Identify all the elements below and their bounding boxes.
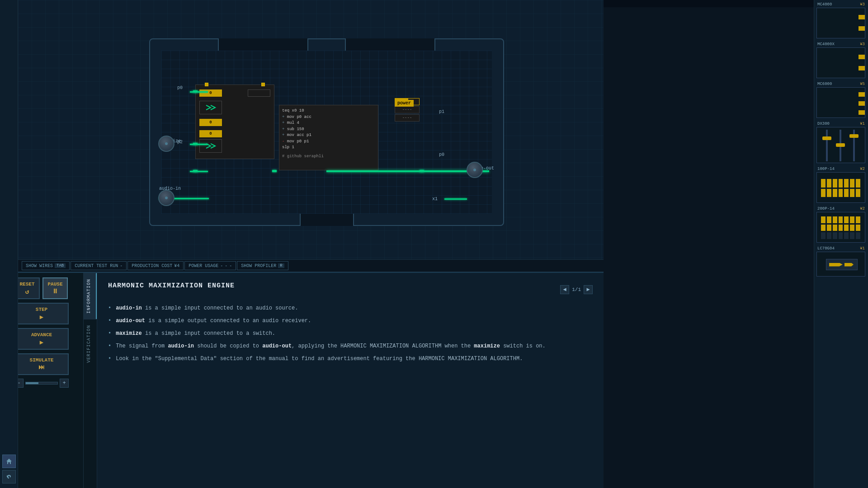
bold-audio-in-2: audio-in: [168, 343, 194, 349]
notch-bottom-center: [300, 212, 354, 226]
pause-icon: ⏸: [52, 288, 58, 295]
simulate-icon: ⏭: [38, 364, 45, 371]
pause-label: PAUSE: [47, 282, 62, 287]
status-bar: SHOW WIRES TAB CURRENT TEST RUN - PRODUC…: [18, 259, 604, 272]
home-button[interactable]: [2, 455, 16, 468]
right-sidebar: MC4000 ¥3 MC4000X ¥3 MC6000 ¥5: [814, 0, 868, 488]
speed-slider[interactable]: [25, 382, 58, 385]
power-usage-val2: -: [225, 263, 227, 268]
module-mc4000-cost: ¥3: [860, 2, 865, 7]
reset-button[interactable]: RESET ↺: [14, 277, 40, 299]
chip-pad-2: [193, 143, 198, 145]
advance-button[interactable]: ADVANCE ▶: [14, 328, 69, 350]
chip-register-bot: 0: [199, 130, 222, 137]
code-line-2: + mov p0 acc: [282, 114, 375, 121]
code-line-1: teq x0 10: [282, 108, 375, 114]
code-comment: # github seraphli: [282, 154, 375, 160]
info-bullet-4: The signal from audio-in should be copie…: [108, 342, 593, 350]
speed-increase-button[interactable]: +: [60, 379, 69, 388]
info-title: HARMONIC MAXIMIZATION ENGINE: [108, 282, 235, 290]
code-line-5: + mov acc p1: [282, 132, 375, 139]
notch-top-right: [345, 38, 435, 52]
module-dx300-preview: [816, 127, 865, 163]
tab-information-label: INFORMATION: [86, 279, 91, 314]
advance-icon: ▶: [40, 338, 43, 346]
module-lc70g04-preview: [816, 252, 865, 277]
module-mc6000-name: MC6000: [817, 82, 832, 86]
wire-maximize: [190, 144, 208, 145]
speed-slider-fill: [26, 382, 38, 384]
reset-icon: ↺: [25, 288, 29, 296]
module-100p14-preview: [816, 172, 865, 203]
pause-button[interactable]: PAUSE ⏸: [42, 277, 68, 299]
info-bullet-5: Look in the "Supplemental Data" section …: [108, 355, 593, 363]
module-mc4000[interactable]: MC4000 ¥3: [816, 2, 866, 38]
power-usage-val3: -: [229, 263, 232, 268]
bold-maximize-1: maximize: [116, 330, 142, 337]
next-page-button[interactable]: ▶: [584, 285, 593, 294]
tab-verification[interactable]: VERIFICATION: [84, 319, 97, 368]
knob-audio-in[interactable]: [158, 190, 175, 206]
signal-power-label: power: [395, 100, 414, 107]
tab-information[interactable]: INFORMATION: [84, 273, 97, 319]
tab-strip: INFORMATION VERIFICATION: [84, 273, 97, 488]
step-button[interactable]: STEP ▶: [14, 303, 69, 324]
code-line-4: + sub 150: [282, 127, 375, 133]
current-test-run-label: CURRENT TEST RUN: [75, 263, 118, 268]
main-chip[interactable]: 0 0 0: [195, 84, 274, 159]
module-lc70g04[interactable]: LC70G04 ¥1: [816, 246, 866, 277]
power-usage-val1: -: [220, 263, 223, 268]
simulate-label: SIMULATE: [30, 357, 54, 363]
bold-audio-out-1: audio-out: [116, 318, 145, 324]
module-200p14[interactable]: 200P-14 ¥2: [816, 206, 866, 243]
advance-label: ADVANCE: [31, 332, 52, 338]
power-usage-item: POWER USAGE - - -: [184, 261, 236, 270]
wire-p1-main: [326, 170, 489, 172]
chip-symbol-1: [199, 101, 222, 114]
bold-audio-out-2: audio-out: [262, 343, 292, 349]
module-mc4000x-preview: [816, 47, 865, 78]
notch-top-left: [218, 38, 308, 52]
module-mc6000-preview: [816, 87, 865, 118]
knob-maximize[interactable]: [158, 136, 175, 152]
simulate-button[interactable]: SIMULATE ⏭: [14, 353, 69, 375]
tab-verification-label: VERIFICATION: [86, 325, 91, 363]
chip-pin: [261, 83, 265, 86]
pagination-display: 1/1: [572, 287, 581, 292]
module-dx300[interactable]: DX300 ¥1: [816, 122, 866, 163]
show-wires-item[interactable]: SHOW WIRES TAB: [22, 261, 70, 270]
chip-pad-1: [193, 90, 198, 93]
prev-page-button[interactable]: ◀: [560, 285, 569, 294]
speed-control: - +: [14, 379, 69, 388]
undo-button[interactable]: [2, 470, 16, 483]
module-200p14-name: 200P-14: [817, 206, 835, 211]
info-bullet-1: audio-in is a simple input connected to …: [108, 304, 593, 312]
show-profiler-key: R: [278, 263, 284, 268]
code-line-3: + mul 4: [282, 120, 375, 127]
current-test-run-val: -: [120, 263, 123, 268]
module-lc70g04-cost: ¥1: [860, 246, 865, 251]
code-line-6: - mov p0 p1: [282, 139, 375, 145]
module-lc70g04-name: LC70G04: [817, 246, 835, 251]
wire-p2: [190, 171, 208, 172]
left-sidebar: [0, 0, 18, 488]
signal-power-val: ----: [395, 114, 420, 122]
module-mc6000[interactable]: MC6000 ¥5: [816, 82, 866, 118]
wire-audio-out: [444, 198, 467, 200]
main-canvas: p0 p2 p1 p0 maximize audio-in audio-out …: [18, 0, 604, 271]
port-label-p1: p1: [439, 109, 444, 114]
knob-audio-out[interactable]: [467, 162, 483, 178]
step-label: STEP: [36, 307, 47, 312]
bottom-panel: RESET ↺ PAUSE ⏸ STEP ▶ ADVANCE ▶ SIMULAT…: [0, 272, 604, 488]
info-bullet-2: audio-out is a simple output connected t…: [108, 317, 593, 325]
module-mc4000x[interactable]: MC4000X ¥3: [816, 42, 866, 78]
production-cost-item: PRODUCTION COST ¥4: [127, 261, 184, 270]
bold-audio-in-1: audio-in: [116, 305, 142, 311]
chip-reg-right: [248, 89, 270, 97]
label-x1: x1: [432, 197, 438, 202]
module-100p14[interactable]: 100P-14 ¥2: [816, 167, 866, 203]
chip-register-top: 0: [199, 89, 222, 97]
production-cost-val: ¥4: [174, 263, 179, 268]
show-profiler-item[interactable]: SHOW PROFILER R: [237, 261, 288, 270]
module-100p14-cost: ¥2: [860, 167, 865, 171]
